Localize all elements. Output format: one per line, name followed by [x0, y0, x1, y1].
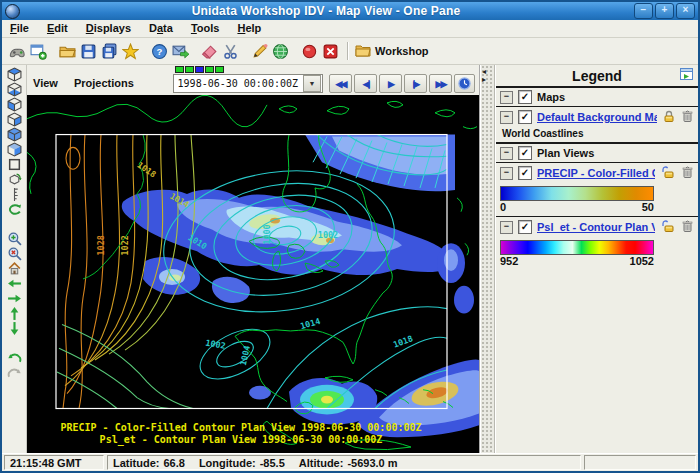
- workshop-folder-icon: [355, 44, 371, 58]
- visibility-checkbox[interactable]: ✓: [518, 90, 532, 104]
- lock-icon[interactable]: [662, 109, 676, 125]
- open-folder-icon[interactable]: [57, 41, 77, 61]
- zoom-reset-icon[interactable]: [5, 246, 23, 261]
- view-south-icon[interactable]: [5, 127, 23, 142]
- view-west-icon[interactable]: [5, 142, 23, 157]
- trash-icon[interactable]: [681, 165, 694, 181]
- help-icon[interactable]: ?: [149, 41, 169, 61]
- precip-colorbar[interactable]: [500, 186, 654, 201]
- pan-left-icon[interactable]: [5, 276, 23, 291]
- step-forward-button[interactable]: |▶: [404, 74, 427, 93]
- collapse-toggle[interactable]: −: [500, 167, 513, 180]
- menu-help[interactable]: Help: [237, 22, 261, 34]
- menu-file[interactable]: File: [10, 22, 29, 34]
- display-link[interactable]: Default Background Maps: [537, 111, 657, 123]
- edit-pencil-icon[interactable]: [249, 41, 269, 61]
- cut-icon[interactable]: [220, 41, 240, 61]
- exit-icon[interactable]: [320, 41, 340, 61]
- auto-rotate-icon[interactable]: [5, 202, 23, 217]
- map-display-canvas[interactable]: 1028 1022 1018 1014 1010 1000 1002 1002 …: [27, 95, 479, 453]
- pan-right-icon[interactable]: [5, 291, 23, 306]
- float-legend-button[interactable]: [680, 68, 694, 84]
- animation-properties-button[interactable]: [454, 74, 475, 93]
- visibility-checkbox[interactable]: ✓: [518, 110, 532, 124]
- collapse-toggle[interactable]: −: [500, 111, 513, 124]
- zoom-in-icon[interactable]: [5, 231, 23, 246]
- home-view-icon[interactable]: [5, 261, 23, 276]
- workshop-group[interactable]: Workshop: [355, 44, 429, 58]
- time-step-box[interactable]: [215, 66, 224, 73]
- eraser-icon[interactable]: [199, 41, 219, 61]
- menu-view[interactable]: View: [33, 77, 58, 89]
- pan-down-icon[interactable]: [5, 321, 23, 336]
- undo-icon[interactable]: [5, 350, 23, 365]
- redo-icon[interactable]: [5, 365, 23, 380]
- playback-controls: ◀◀ ◀| ▶ |▶ ▶▶: [329, 74, 475, 93]
- visibility-checkbox[interactable]: ✓: [518, 166, 532, 180]
- collapse-toggle[interactable]: −: [500, 221, 513, 234]
- svg-text:1014: 1014: [299, 316, 321, 331]
- time-combobox[interactable]: 1998-06-30 00:00:00Z ▼: [173, 74, 323, 93]
- menu-edit[interactable]: Edit: [47, 22, 68, 34]
- new-window-icon[interactable]: [28, 41, 48, 61]
- view-top-icon[interactable]: [5, 67, 23, 82]
- menu-bar: File Edit Displays Data Tools Help: [2, 20, 698, 38]
- rotate-view-icon[interactable]: [5, 172, 23, 187]
- visibility-checkbox[interactable]: ✓: [518, 146, 532, 160]
- time-step-box[interactable]: [185, 66, 194, 73]
- go-to-end-button[interactable]: ▶▶: [429, 74, 452, 93]
- unlock-icon[interactable]: [660, 219, 676, 235]
- menu-projections[interactable]: Projections: [74, 77, 134, 89]
- record-icon[interactable]: [299, 41, 319, 61]
- display-link[interactable]: PRECIP - Color-Filled Co...: [537, 167, 655, 179]
- save-icon[interactable]: [78, 41, 98, 61]
- main-area: View Projections 1998-06-30 00:00:00Z: [2, 65, 698, 453]
- legend-item-precip: − ✓ PRECIP - Color-Filled Co...: [496, 162, 698, 183]
- collapse-toggle[interactable]: −: [500, 147, 513, 160]
- unlock-icon[interactable]: [660, 165, 676, 181]
- collapse-toggle[interactable]: −: [500, 91, 513, 104]
- step-back-button[interactable]: ◀|: [354, 74, 377, 93]
- svg-text:1002: 1002: [318, 230, 338, 240]
- trash-icon[interactable]: [681, 219, 694, 235]
- psl-caption: Psl_et - Contour Plan View 1998-06-30 00…: [100, 434, 383, 446]
- menu-data[interactable]: Data: [149, 22, 173, 34]
- menu-displays[interactable]: Displays: [86, 22, 131, 34]
- collapse-right-icon[interactable]: ▸: [482, 76, 486, 84]
- globe-icon[interactable]: [270, 41, 290, 61]
- show-dashboard-icon[interactable]: [7, 41, 27, 61]
- clock-icon: [458, 77, 471, 90]
- trash-icon[interactable]: [681, 109, 694, 125]
- psl-colorbar[interactable]: [500, 240, 654, 255]
- maximize-button[interactable]: +: [655, 3, 674, 19]
- view-bottom-icon[interactable]: [5, 82, 23, 97]
- panel-splitter[interactable]: ◂ ▸: [480, 65, 495, 453]
- minimize-button[interactable]: −: [634, 3, 653, 19]
- time-step-box[interactable]: [205, 66, 214, 73]
- time-step-box-current[interactable]: [195, 66, 204, 73]
- colorbar-min: 0: [500, 201, 506, 213]
- play-button[interactable]: ▶: [379, 74, 402, 93]
- time-step-box[interactable]: [175, 66, 184, 73]
- workshop-label: Workshop: [375, 45, 429, 57]
- view-north-icon[interactable]: [5, 97, 23, 112]
- view-east-icon[interactable]: [5, 112, 23, 127]
- close-button[interactable]: ×: [676, 3, 695, 19]
- visibility-checkbox[interactable]: ✓: [518, 220, 532, 234]
- idv-logo-icon: [5, 4, 20, 19]
- menu-tools[interactable]: Tools: [191, 22, 220, 34]
- display-link[interactable]: Psl_et - Contour Plan Vi...: [537, 221, 655, 233]
- support-request-icon[interactable]: [170, 41, 190, 61]
- perspective-view-icon[interactable]: [5, 157, 23, 172]
- colorbar-max: 1052: [630, 255, 654, 267]
- longitude-value: -85.5: [260, 457, 285, 469]
- go-to-start-button[interactable]: ◀◀: [329, 74, 352, 93]
- save-as-icon[interactable]: [99, 41, 119, 61]
- svg-text:1018: 1018: [392, 333, 415, 349]
- vertical-scale-icon[interactable]: [5, 187, 23, 202]
- time-step-indicators[interactable]: [175, 66, 224, 73]
- chevron-down-icon[interactable]: ▼: [303, 75, 321, 92]
- pan-up-icon[interactable]: [5, 306, 23, 321]
- favorites-star-icon[interactable]: [120, 41, 140, 61]
- time-value: 1998-06-30 00:00:00Z: [174, 78, 302, 89]
